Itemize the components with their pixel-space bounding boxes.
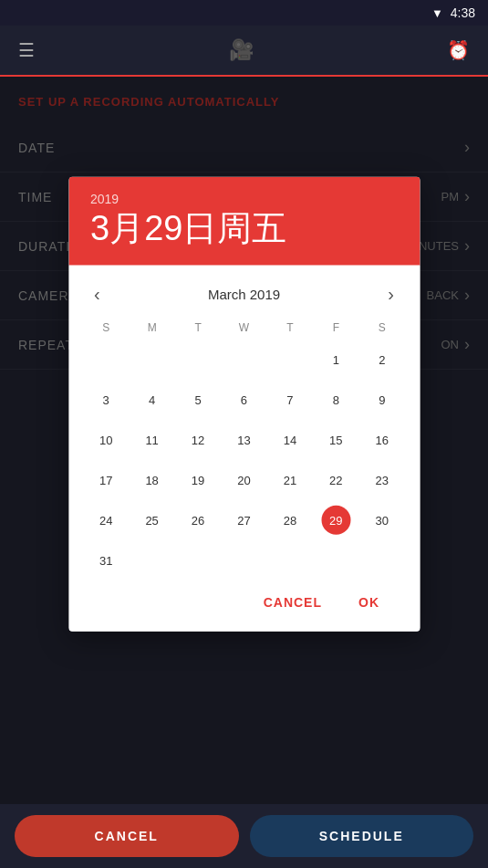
day-18[interactable]: 18: [129, 460, 174, 500]
day-1[interactable]: 1: [313, 340, 358, 380]
dialog-ok-button[interactable]: OK: [348, 588, 390, 617]
bottom-schedule-button[interactable]: SCHEDULE: [250, 815, 474, 857]
day-empty: [221, 340, 266, 380]
day-11[interactable]: 11: [129, 420, 174, 460]
day-15[interactable]: 15: [313, 420, 358, 460]
day-31[interactable]: 31: [83, 540, 129, 580]
day-header-mon: M: [129, 316, 174, 340]
date-picker-dialog: 2019 3月29日周五 ‹ March 2019 › S M T W T F …: [68, 176, 420, 632]
day-9[interactable]: 9: [359, 380, 405, 420]
day-13[interactable]: 13: [221, 420, 266, 460]
wifi-icon: ▼: [431, 6, 443, 20]
day-3[interactable]: 3: [83, 380, 129, 420]
dialog-actions: CANCEL OK: [83, 580, 405, 632]
day-header-thu: T: [267, 316, 313, 340]
day-empty: [267, 540, 313, 580]
camera-icon[interactable]: 🎥: [229, 38, 254, 62]
prev-month-button[interactable]: ‹: [87, 280, 108, 309]
month-label: March 2019: [208, 287, 280, 302]
main-content: SET UP A RECORDING AUTOMATICALLY DATE › …: [0, 77, 488, 804]
day-24[interactable]: 24: [83, 500, 129, 540]
day-header-tue: T: [175, 316, 221, 340]
day-22[interactable]: 22: [313, 460, 358, 500]
day-10[interactable]: 10: [83, 420, 129, 460]
menu-icon[interactable]: ☰: [18, 39, 35, 61]
day-empty: [83, 340, 129, 380]
day-28[interactable]: 28: [267, 500, 313, 540]
day-19[interactable]: 19: [175, 460, 221, 500]
day-empty: [267, 340, 313, 380]
day-empty: [129, 340, 174, 380]
day-17[interactable]: 17: [83, 460, 129, 500]
day-25[interactable]: 25: [129, 500, 174, 540]
day-empty: [129, 540, 174, 580]
alarm-icon[interactable]: ⏰: [447, 39, 470, 61]
day-16[interactable]: 16: [359, 420, 405, 460]
calendar-body: ‹ March 2019 › S M T W T F S 1 2: [68, 266, 420, 632]
day-empty: [221, 540, 266, 580]
day-14[interactable]: 14: [267, 420, 313, 460]
day-header-sat: S: [359, 316, 405, 340]
day-empty: [359, 540, 405, 580]
day-empty: [175, 540, 221, 580]
dialog-date-display: 3月29日周五: [90, 209, 398, 247]
next-month-button[interactable]: ›: [380, 280, 401, 309]
day-23[interactable]: 23: [359, 460, 405, 500]
top-nav: ☰ 🎥 ⏰: [0, 26, 488, 77]
day-header-sun: S: [83, 316, 129, 340]
day-12[interactable]: 12: [175, 420, 221, 460]
dialog-header: 2019 3月29日周五: [68, 176, 420, 266]
day-4[interactable]: 4: [129, 380, 174, 420]
day-empty: [175, 340, 221, 380]
day-27[interactable]: 27: [221, 500, 266, 540]
dialog-year: 2019: [90, 191, 398, 205]
day-2[interactable]: 2: [359, 340, 405, 380]
dialog-cancel-button[interactable]: CANCEL: [253, 588, 333, 617]
day-7[interactable]: 7: [267, 380, 313, 420]
bottom-bar: CANCEL SCHEDULE: [0, 804, 488, 868]
status-bar: ▼ 4:38: [0, 0, 488, 26]
status-time: 4:38: [451, 5, 475, 20]
calendar-nav: ‹ March 2019 ›: [83, 273, 405, 316]
day-21[interactable]: 21: [267, 460, 313, 500]
day-20[interactable]: 20: [221, 460, 266, 500]
day-29-selected[interactable]: 29: [313, 500, 358, 540]
day-30[interactable]: 30: [359, 500, 405, 540]
day-5[interactable]: 5: [175, 380, 221, 420]
day-header-wed: W: [221, 316, 266, 340]
day-6[interactable]: 6: [221, 380, 266, 420]
day-26[interactable]: 26: [175, 500, 221, 540]
calendar-grid: S M T W T F S 1 2 3 4 5 6 7: [83, 316, 405, 580]
day-empty: [313, 540, 358, 580]
day-header-fri: F: [313, 316, 358, 340]
bottom-cancel-button[interactable]: CANCEL: [15, 815, 239, 857]
day-8[interactable]: 8: [313, 380, 358, 420]
